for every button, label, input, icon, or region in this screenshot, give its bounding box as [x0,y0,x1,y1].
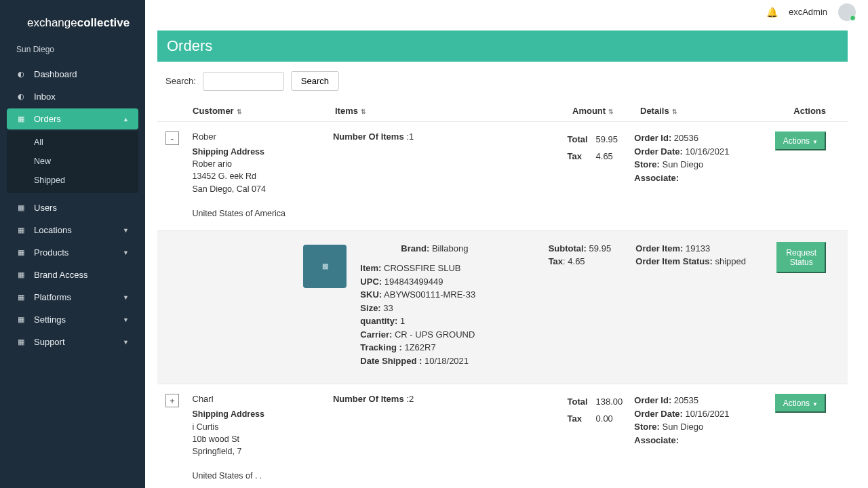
sidebar: exchangecollective Sun Diego ◐Dashboard … [0,0,145,488]
chevron-down-icon: ▼ [123,227,129,234]
request-status-button[interactable]: Request Status [776,242,826,273]
nav-label: Products [34,247,68,258]
orders-submenu: All New Shipped [7,131,138,193]
sidebar-item-support[interactable]: ▦Support▼ [7,331,138,352]
amount-block: Total59.95 Tax4.65 [568,131,635,220]
col-customer[interactable]: Customer⇅ [193,106,335,116]
sidebar-item-brand-access[interactable]: ▦Brand Access [7,264,138,285]
product-thumb: ▩ [303,245,347,288]
sidebar-sub-new[interactable]: New [7,152,138,170]
sidebar-sub-shipped[interactable]: Shipped [7,171,138,189]
col-actions: Actions [783,106,840,116]
shipping-address: Shipping Address Rober ario 13452 G. eek… [193,146,333,220]
col-details[interactable]: Details⇅ [640,106,783,116]
sidebar-item-locations[interactable]: ▦Locations▼ [7,220,138,241]
order-item-row: ▩ Brand: Billabong Item: CROSSFIRE SLUB … [157,231,848,385]
sidebar-item-products[interactable]: ▦Products▼ [7,242,138,263]
region-label: Sun Diego [0,42,145,61]
table-row: - Rober Shipping Address Rober ario 1345… [157,122,848,231]
chevron-down-icon: ▼ [123,249,129,256]
grid-icon: ▦ [16,203,26,212]
details-block: Order Id: 20536 Order Date: 10/16/2021 S… [634,131,774,220]
nav-label: Support [34,337,65,347]
chevron-up-icon: ▲ [123,116,129,123]
nav-label: Users [34,203,57,213]
gauge-icon: ◐ [16,92,26,101]
grid-icon: ▦ [16,270,26,279]
grid-icon: ▦ [16,315,26,324]
sort-icon: ⇅ [361,108,366,115]
num-items-label: Number Of Items [333,131,404,142]
sidebar-item-dashboard[interactable]: ◐Dashboard [7,64,138,85]
sidebar-item-settings[interactable]: ▦Settings▼ [7,309,138,330]
sidebar-item-inbox[interactable]: ◐Inbox [7,86,138,107]
details-block: Order Id: 20535 Order Date: 10/16/2021 S… [634,394,774,482]
logo-bold: collective [77,16,130,29]
sidebar-item-users[interactable]: ▦Users [7,197,138,218]
bell-icon[interactable]: 🔔 [766,7,778,18]
nav-label: Platforms [34,292,71,302]
actions-dropdown[interactable]: Actions▼ [775,394,826,413]
search-button[interactable]: Search [291,71,339,91]
nav-label: Orders [34,114,61,124]
chevron-down-icon: ▼ [123,339,129,346]
sort-icon: ⇅ [672,108,677,115]
chevron-down-icon: ▼ [812,401,818,407]
collapse-toggle[interactable]: - [165,131,179,145]
customer-name: Rober [193,131,333,142]
nav-label: Inbox [34,92,56,102]
nav-label: Settings [34,314,66,325]
logo-light: exchange [27,16,77,29]
sort-icon: ⇅ [608,108,614,115]
customer-name: Charl [193,394,333,404]
sort-icon: ⇅ [237,108,242,115]
shipping-address: Shipping Address i Curtis 10b wood St Sp… [193,408,333,482]
sidebar-item-platforms[interactable]: ▦Platforms▼ [7,287,138,308]
logo: exchangecollective [0,12,145,42]
item-details: Brand: Billabong Item: CROSSFIRE SLUB UP… [360,242,548,368]
username[interactable]: excAdmin [789,7,827,17]
num-items-label: Number Of Items [333,394,404,404]
num-items-value: 1 [409,131,414,142]
col-items[interactable]: Items⇅ [335,106,572,116]
grid-icon: ▦ [16,338,26,346]
search-input[interactable] [203,72,284,91]
grid-icon: ▦ [16,248,26,257]
table-row: + Charl Shipping Address i Curtis 10b wo… [157,384,848,488]
grid-icon: ▦ [16,115,26,123]
actions-dropdown[interactable]: Actions▼ [775,131,826,150]
page-title: Orders [157,30,848,62]
table-header: Customer⇅ Items⇅ Amount⇅ Details⇅ Action… [157,100,848,122]
nav-label: Locations [34,225,72,235]
nav-label: Brand Access [34,270,88,280]
amount-block: Total138.00 Tax0.00 [568,394,635,482]
num-items-value: 2 [409,394,414,404]
sidebar-item-orders[interactable]: ▦Orders▲ [7,108,138,129]
grid-icon: ▦ [16,226,26,235]
sidebar-sub-all[interactable]: All [7,134,138,151]
gauge-icon: ◐ [16,70,26,79]
chevron-down-icon: ▼ [812,139,818,145]
item-amount: Subtotal: 59.95 Tax: 4.65 [549,242,636,368]
item-status: Order Item: 19133 Order Item Status: shi… [635,242,776,368]
col-amount[interactable]: Amount⇅ [572,106,640,116]
topbar: 🔔 excAdmin [145,0,868,24]
chevron-down-icon: ▼ [123,294,129,301]
avatar[interactable] [838,3,856,21]
chevron-down-icon: ▼ [123,317,129,323]
nav-label: Dashboard [34,69,77,79]
expand-toggle[interactable]: + [165,394,179,407]
search-label: Search: [165,76,196,86]
grid-icon: ▦ [16,293,26,302]
